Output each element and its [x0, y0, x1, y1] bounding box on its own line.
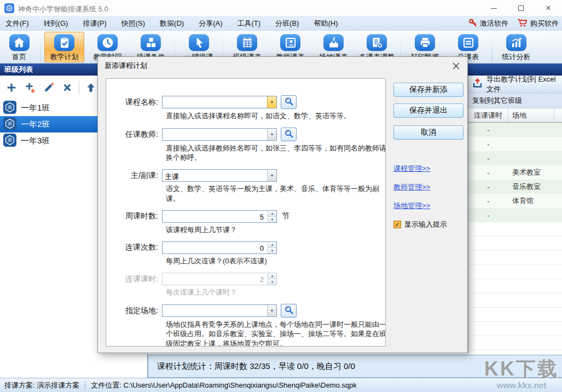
export-icon: [472, 78, 483, 90]
plan-table-row[interactable]: - 音乐教室: [468, 180, 562, 194]
purchase-software-button[interactable]: 购买软件: [517, 18, 559, 29]
calendar-grid-icon: [237, 34, 257, 51]
main-sub-field-row: 主/副课: 主课 ▼: [106, 169, 385, 182]
plan-table-empty-row: [468, 293, 562, 308]
toolbar-item-chart[interactable]: 统计分析: [496, 32, 536, 62]
plan-table-row[interactable]: -: [468, 151, 562, 165]
cubes-icon: [141, 34, 161, 51]
show-input-hints-checkbox[interactable]: ✓: [393, 221, 401, 228]
window-title: 神奇中小学智能排课系统 5.0: [18, 4, 108, 14]
course-name-search-button[interactable]: [281, 95, 297, 109]
weekly-hours-unit-label: 节: [282, 211, 289, 221]
course-name-combo[interactable]: ▼: [162, 96, 277, 108]
teacher-combo[interactable]: ▼: [162, 128, 277, 141]
plan-table-row[interactable]: - 体育馆: [468, 194, 562, 208]
consecutive-hours-label: 连课课时:: [106, 274, 162, 284]
app-logo-icon: [4, 3, 14, 13]
course-name-label: 课程名称:: [106, 97, 162, 107]
class-add-button[interactable]: [4, 80, 19, 95]
consecutive-times-spinner[interactable]: 0 ▲▼: [162, 241, 277, 254]
course-management-link[interactable]: 课程管理>>: [393, 164, 463, 174]
toolbar-item-home[interactable]: 首页: [2, 32, 36, 62]
menu-item-2[interactable]: 排课(P): [83, 19, 106, 28]
save-and-add-button[interactable]: 保存并新添: [393, 83, 463, 97]
plan-table-row[interactable]: - 美术教室: [468, 165, 562, 180]
status-bar: 排课方案: 演示排课方案 文件位置: C:\Users\User\AppData…: [0, 378, 562, 392]
add-course-plan-dialog: 新添课程计划 课程名称: ▼ 直接输入或选择课程名称即可，如语文、数学、英语等等…: [97, 56, 468, 353]
weekly-hours-label: 周课时数:: [106, 211, 162, 221]
main-sub-combo[interactable]: 主课 ▼: [162, 169, 277, 182]
plan-table-empty-row: [468, 308, 562, 322]
clock-icon: [97, 34, 118, 51]
app-window: 神奇中小学智能排课系统 5.0 × 文件(F)转到(G)排课(P)快照(S)数据…: [0, 0, 562, 392]
plan-table-row[interactable]: -: [468, 123, 562, 137]
course-name-dropdown-arrow-icon[interactable]: ▼: [267, 96, 276, 108]
class-badge-icon: 班: [3, 101, 16, 116]
consecutive-times-field-row: 连课次数: 0 ▲▼: [106, 241, 385, 254]
weekly-hours-spin-buttons[interactable]: ▲▼: [268, 211, 276, 222]
teacher-label: 任课教师:: [106, 130, 162, 140]
weekly-hours-spinner[interactable]: 5 ▲▼: [162, 210, 277, 223]
menu-item-7[interactable]: 分班(B): [275, 19, 299, 28]
consecutive-times-hint: 每周上几次连课？(0表示不连课): [166, 256, 386, 266]
plan-table-empty-row: [468, 222, 562, 237]
consecutive-times-spin-buttons[interactable]: ▲▼: [268, 242, 276, 253]
venue-dropdown-arrow-icon[interactable]: ▼: [267, 305, 276, 316]
venue-management-link[interactable]: 场地管理>>: [393, 201, 463, 211]
teacher-hint: 直接输入或选择教师姓名即可，如张三、李四等等，如有同名的教师请换个称呼。: [166, 143, 386, 162]
main-sub-hint: 语文、数学、英语等等一般为主课，美术、音乐、体育等等一般为副课。: [166, 184, 386, 203]
plan-table-row[interactable]: -: [468, 137, 562, 151]
minimize-button[interactable]: [480, 0, 507, 16]
menu-item-4[interactable]: 数据(D): [160, 19, 184, 28]
weekly-hours-field-row: 周课时数: 5 ▲▼ 节: [106, 210, 385, 223]
menu-item-1[interactable]: 转到(G): [44, 19, 68, 28]
clipboard-icon: [54, 34, 74, 51]
menu-item-6[interactable]: 工具(T): [237, 19, 260, 28]
maximize-button[interactable]: [507, 0, 535, 16]
home-icon: [9, 34, 30, 51]
svg-text:班: 班: [8, 105, 13, 110]
tools-separator: [79, 81, 79, 94]
venue-search-button[interactable]: [281, 304, 297, 318]
id-card-icon: [280, 34, 300, 51]
consecutive-hours-field-row: 连课课时: 2 ▲▼: [106, 273, 385, 285]
teacher-dropdown-arrow-icon[interactable]: ▼: [267, 129, 276, 140]
column-consecutive-hours[interactable]: 连课课时: [468, 108, 508, 122]
export-to-excel-button[interactable]: 导出教学计划到 Excel 文件: [468, 76, 562, 93]
consecutive-hours-spin-buttons[interactable]: ▲▼: [268, 273, 276, 285]
toolbar-separator: [492, 33, 493, 61]
cancel-button[interactable]: 取消: [393, 125, 463, 140]
class-add-multi-button[interactable]: [23, 80, 37, 95]
class-delete-button[interactable]: [60, 80, 74, 95]
class-badge-icon: 班: [3, 134, 16, 148]
plan-table-row[interactable]: -: [468, 208, 562, 222]
teacher-management-link[interactable]: 教师管理>>: [393, 182, 463, 192]
menu-item-0[interactable]: 文件(F): [5, 19, 29, 28]
consecutive-hours-spinner[interactable]: 2 ▲▼: [162, 273, 277, 285]
save-and-exit-button[interactable]: 保存并退出: [393, 103, 463, 118]
menu-item-8[interactable]: 帮助(H): [314, 19, 338, 28]
plan-table-header: 连课课时 场地: [468, 108, 562, 123]
menu-item-3[interactable]: 快照(S): [121, 19, 145, 28]
class-up-button[interactable]: [84, 80, 98, 95]
teacher-search-button[interactable]: [281, 128, 297, 141]
class-edit-button[interactable]: [42, 80, 56, 95]
course-name-field-row: 课程名称: ▼: [106, 95, 385, 109]
copy-to-other-classes-row[interactable]: 复制到其它班级: [468, 93, 562, 108]
activate-software-button[interactable]: 激活软件: [468, 18, 508, 29]
plan-table-empty-row: [468, 336, 562, 350]
class-list-header: 班级列表: [4, 65, 33, 74]
dialog-close-icon[interactable]: [449, 60, 462, 72]
toolbar-item-clipboard[interactable]: 教学计划: [44, 32, 84, 62]
column-venue[interactable]: 场地: [508, 108, 554, 122]
hand-icon: [189, 34, 209, 51]
main-sub-dropdown-arrow-icon[interactable]: ▼: [267, 170, 276, 181]
menu-item-5[interactable]: 分享(A): [199, 19, 222, 28]
teacher-field-row: 任课教师: ▼: [106, 128, 385, 141]
close-button[interactable]: ×: [535, 0, 562, 16]
weekly-hours-hint: 该课程每周上几节课？: [166, 225, 386, 234]
titlebar: 神奇中小学智能排课系统 5.0 ×: [0, 0, 562, 16]
printer-icon: [415, 34, 435, 51]
class-badge-icon: 班: [3, 117, 16, 132]
venue-combo[interactable]: ▼: [162, 304, 277, 317]
